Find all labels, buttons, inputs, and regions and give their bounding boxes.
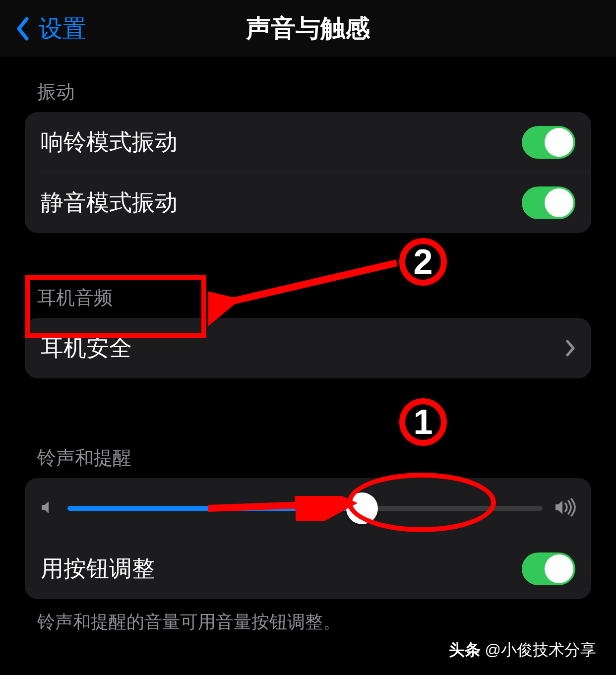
page-title: 声音与触感 xyxy=(0,12,616,45)
row-label: 耳机安全 xyxy=(41,333,565,364)
nav-bar: 设置 声音与触感 xyxy=(0,0,616,57)
chevron-right-icon xyxy=(565,340,575,357)
volume-slider[interactable] xyxy=(67,506,543,511)
slider-thumb[interactable] xyxy=(346,492,378,524)
row-label: 响铃模式振动 xyxy=(41,127,522,158)
row-change-with-buttons[interactable]: 用按钮调整 xyxy=(25,539,591,599)
watermark-brand: 头条 xyxy=(449,641,481,659)
group-ringer: 用按钮调整 xyxy=(25,478,591,599)
watermark-user: @小俊技术分享 xyxy=(485,641,596,659)
section-header-vibration: 振动 xyxy=(25,57,591,112)
switch-ring-vibrate[interactable] xyxy=(522,126,575,159)
row-ring-vibrate[interactable]: 响铃模式振动 xyxy=(25,112,591,173)
content: 振动 响铃模式振动 静音模式振动 耳机音频 耳机安全 铃声和提醒 xyxy=(0,57,616,634)
row-label: 静音模式振动 xyxy=(41,187,522,218)
chevron-left-icon xyxy=(15,17,29,41)
row-silent-vibrate[interactable]: 静音模式振动 xyxy=(25,173,591,233)
volume-high-icon xyxy=(554,497,577,519)
back-button[interactable]: 设置 xyxy=(15,0,86,57)
group-headphone: 耳机安全 xyxy=(25,318,591,378)
row-headphone-safety[interactable]: 耳机安全 xyxy=(25,318,591,378)
group-vibration: 响铃模式振动 静音模式振动 xyxy=(25,112,591,233)
watermark: 头条 @小俊技术分享 xyxy=(449,639,596,661)
section-header-headphone: 耳机音频 xyxy=(25,263,591,318)
back-label: 设置 xyxy=(39,13,86,45)
switch-change-with-buttons[interactable] xyxy=(522,552,575,585)
row-volume-slider xyxy=(25,478,591,539)
row-label: 用按钮调整 xyxy=(41,553,522,584)
volume-low-icon xyxy=(39,498,57,518)
section-footer-ringer: 铃声和提醒的音量可用音量按钮调整。 xyxy=(25,599,591,634)
section-header-ringer: 铃声和提醒 xyxy=(25,423,591,478)
switch-silent-vibrate[interactable] xyxy=(522,186,575,219)
